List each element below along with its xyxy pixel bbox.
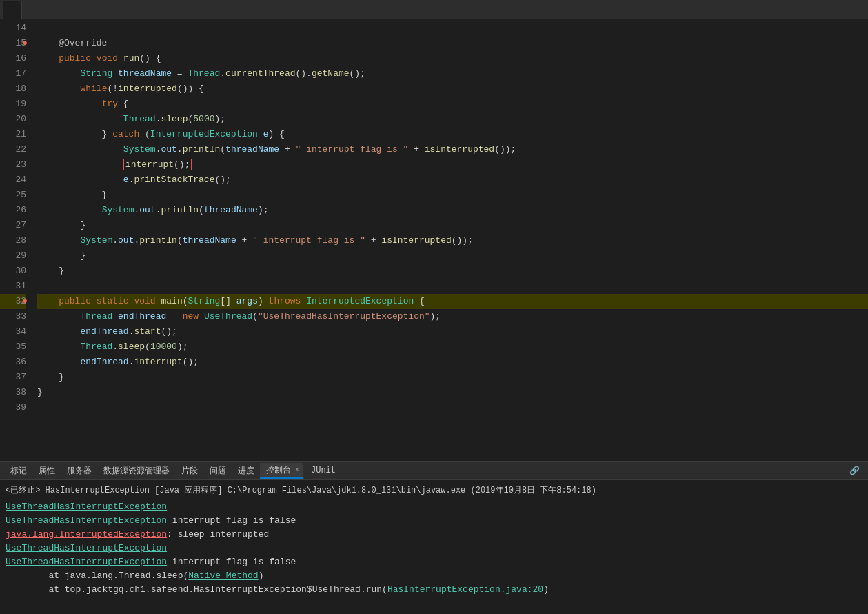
line-number-27: 27 [0, 218, 26, 233]
code-line-29: } [37, 248, 868, 264]
code-line-21: } catch (InterruptedException e) { [37, 127, 868, 142]
toolbar-right-icon[interactable]: 🔗 [845, 464, 864, 477]
toolbar-item-server[interactable]: 服务器 [61, 464, 96, 478]
code-line-33: Thread endThread = new UseThread("UseThr… [37, 309, 868, 324]
toolbar-item-junit[interactable]: JUnit [305, 464, 340, 477]
console-part[interactable]: UseThreadHasInterruptException [6, 557, 167, 567]
toolbar-label-mark: 标记 [10, 465, 27, 477]
console-part: interrupt flag is false [167, 515, 296, 526]
code-editor: 1415161718192021222324252627282930313233… [0, 19, 868, 461]
line-numbers: 1415161718192021222324252627282930313233… [0, 19, 34, 461]
line-number-17: 17 [0, 66, 26, 81]
line-number-22: 22 [0, 142, 26, 157]
code-line-28: System.out.println(threadName + " interr… [37, 233, 868, 248]
console-part: : sleep interrupted [167, 529, 269, 539]
tab-bar [0, 0, 868, 19]
code-line-37: } [37, 370, 868, 385]
console-close-icon[interactable]: × [295, 466, 299, 474]
line-number-29: 29 [0, 248, 26, 264]
console-part: interrupt flag is false [167, 557, 296, 567]
console-line-0: UseThreadHasInterruptException [6, 500, 862, 514]
toolbar-label-progress: 进度 [238, 465, 254, 477]
code-line-17: String threadName = Thread.currentThread… [37, 66, 868, 81]
line-number-35: 35 [0, 339, 26, 355]
console-line-4: UseThreadHasInterruptException interrupt… [6, 555, 862, 569]
line-number-38: 38 [0, 385, 26, 400]
code-line-39 [37, 400, 868, 415]
code-line-25: } [37, 188, 868, 203]
toolbar-item-console[interactable]: 控制台× [260, 463, 303, 479]
toolbar-label-snippets: 片段 [181, 465, 198, 477]
code-line-22: System.out.println(threadName + " interr… [37, 142, 868, 157]
code-line-20: Thread.sleep(5000); [37, 112, 868, 127]
code-line-18: while(!interrupted()) { [37, 81, 868, 97]
toolbar-item-datasource[interactable]: 数据源资源管理器 [97, 464, 174, 478]
toolbar-label-console: 控制台 [266, 464, 291, 476]
toolbar-item-snippets[interactable]: 片段 [175, 464, 202, 478]
toolbar-label-junit: JUnit [311, 466, 336, 475]
console-line-6: at top.jacktgq.ch1.safeend.HasInterruptE… [6, 583, 862, 597]
console-part[interactable]: java.lang.InterruptedException [6, 529, 167, 539]
console-line-2: java.lang.InterruptedException: sleep in… [6, 528, 862, 542]
console-part: ) [543, 584, 549, 595]
line-number-15: 15 [0, 36, 26, 51]
console-status: <已终止> HasInterruptException [Java 应用程序] … [6, 483, 862, 497]
code-line-15: @Override [37, 36, 868, 51]
toolbar-label-server: 服务器 [67, 465, 92, 477]
console-output: UseThreadHasInterruptExceptionUseThreadH… [6, 500, 862, 597]
code-line-35: Thread.sleep(10000); [37, 339, 868, 355]
code-line-24: e.printStackTrace(); [37, 172, 868, 188]
console-part: at top.jacktgq.ch1.safeend.HasInterruptE… [6, 584, 387, 595]
line-number-18: 18 [0, 81, 26, 97]
code-line-26: System.out.println(threadName); [37, 203, 868, 218]
line-number-20: 20 [0, 112, 26, 127]
line-number-32: 32 [0, 294, 26, 309]
console-part: ) [259, 571, 264, 581]
toolbar-item-properties[interactable]: 属性 [32, 464, 59, 478]
code-line-27: } [37, 218, 868, 233]
code-area[interactable]: @Override public void run() { String thr… [34, 19, 868, 461]
code-line-30: } [37, 264, 868, 279]
toolbar-item-problems[interactable]: 问题 [203, 464, 230, 478]
console-link[interactable]: UseThreadHasInterruptException [6, 502, 167, 512]
code-line-23: interrupt(); [37, 157, 868, 172]
console-link[interactable]: UseThreadHasInterruptException [6, 543, 167, 553]
console-part: at java.lang.Thread.sleep( [6, 571, 188, 581]
code-line-32: public static void main(String[] args) t… [37, 294, 868, 309]
line-number-19: 19 [0, 97, 26, 112]
toolbar-label-properties: 属性 [39, 465, 55, 477]
line-number-31: 31 [0, 279, 26, 294]
line-number-14: 14 [0, 21, 26, 36]
line-number-30: 30 [0, 264, 26, 279]
line-number-23: 23 [0, 157, 26, 172]
code-line-19: try { [37, 97, 868, 112]
line-number-16: 16 [0, 51, 26, 66]
line-number-39: 39 [0, 400, 26, 415]
toolbar-label-datasource: 数据源资源管理器 [103, 465, 170, 477]
console-part[interactable]: Native Method [188, 571, 258, 581]
code-line-14 [37, 21, 868, 36]
line-number-24: 24 [0, 172, 26, 188]
line-number-34: 34 [0, 324, 26, 339]
toolbar-item-progress[interactable]: 进度 [232, 464, 259, 478]
line-number-36: 36 [0, 355, 26, 370]
line-number-28: 28 [0, 233, 26, 248]
code-line-38: } [37, 385, 868, 400]
console-line-3: UseThreadHasInterruptException [6, 542, 862, 555]
line-number-33: 33 [0, 309, 26, 324]
console-line-1: UseThreadHasInterruptException interrupt… [6, 514, 862, 528]
console-panel: <已终止> HasInterruptException [Java 应用程序] … [0, 480, 868, 614]
line-number-25: 25 [0, 188, 26, 203]
line-number-26: 26 [0, 203, 26, 218]
toolbar-item-mark[interactable]: 标记 [4, 464, 31, 478]
code-line-36: endThread.interrupt(); [37, 355, 868, 370]
console-part[interactable]: UseThreadHasInterruptException [6, 515, 167, 526]
code-line-16: public void run() { [37, 51, 868, 66]
code-line-31 [37, 279, 868, 294]
console-part[interactable]: HasInterruptException.java:20 [387, 584, 543, 595]
toolbar-label-problems: 问题 [210, 465, 226, 477]
line-number-21: 21 [0, 127, 26, 142]
code-line-34: endThread.start(); [37, 324, 868, 339]
editor-tab[interactable] [3, 1, 22, 19]
console-line-5: at java.lang.Thread.sleep(Native Method) [6, 569, 862, 583]
